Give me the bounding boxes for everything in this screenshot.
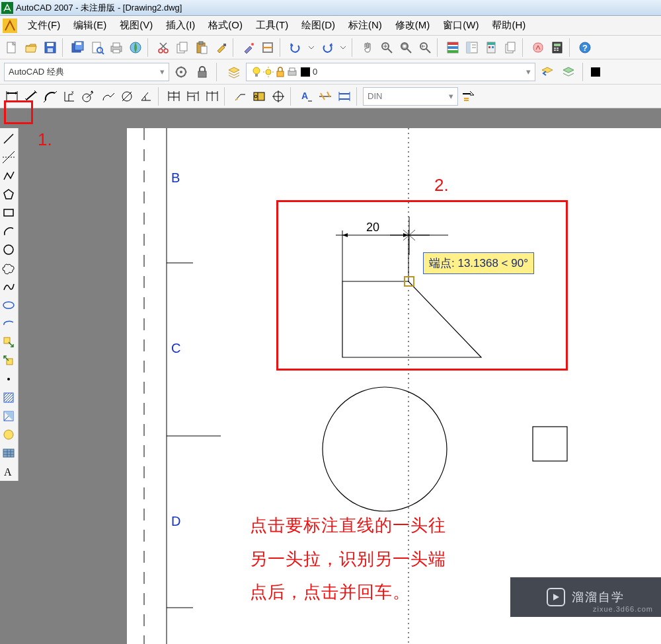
redo-icon[interactable]	[318, 38, 336, 57]
color-swatch[interactable]	[591, 67, 600, 77]
zone-label-d: D	[171, 514, 180, 528]
line-icon[interactable]	[0, 129, 17, 148]
layer-previous-icon[interactable]	[538, 63, 557, 81]
dim-style-combo[interactable]: DIN ▾	[363, 87, 458, 106]
sheet-set-icon[interactable]	[501, 38, 520, 57]
save-icon[interactable]	[41, 38, 59, 57]
svg-rect-35	[403, 44, 407, 48]
arc-icon[interactable]	[0, 222, 17, 240]
pan-icon[interactable]	[358, 38, 377, 57]
spline-icon[interactable]	[0, 277, 17, 296]
dim-baseline-icon[interactable]	[184, 87, 202, 106]
workspace-combo[interactable]: AutoCAD 经典 ▾	[4, 63, 169, 81]
cut-icon[interactable]	[154, 38, 173, 57]
watermark-brand: 溜溜自学	[572, 589, 625, 605]
xline-icon[interactable]	[0, 148, 17, 166]
app-menu-icon[interactable]	[3, 18, 17, 33]
svg-line-122	[4, 134, 13, 143]
rectangle-icon[interactable]	[0, 203, 17, 222]
circle-icon[interactable]	[0, 240, 17, 259]
markup-icon[interactable]	[529, 38, 547, 57]
menu-insert[interactable]: 插入(I)	[159, 17, 202, 34]
layer-combo-value: 0	[313, 67, 317, 77]
dim-center-icon[interactable]	[269, 87, 288, 106]
point-icon[interactable]	[0, 370, 17, 388]
layer-combo[interactable]: 0 ▾	[246, 63, 535, 81]
polygon-icon[interactable]	[0, 185, 17, 203]
publish-icon[interactable]	[126, 38, 145, 57]
open-icon[interactable]	[22, 38, 40, 57]
svg-rect-23	[199, 42, 203, 44]
menu-window[interactable]: 窗口(W)	[436, 17, 485, 34]
menu-dim[interactable]: 标注(N)	[342, 17, 389, 34]
menu-view[interactable]: 视图(V)	[113, 17, 159, 34]
block-editor-icon[interactable]	[258, 38, 277, 57]
svg-point-126	[4, 245, 13, 254]
copy-icon[interactable]	[173, 38, 192, 57]
dim-edit-text-icon[interactable]: A	[297, 87, 315, 106]
tool-palettes-icon[interactable]	[482, 38, 500, 57]
dim-align-text-icon[interactable]	[316, 87, 334, 106]
menu-draw[interactable]: 绘图(D)	[295, 17, 342, 34]
layer-manager-icon[interactable]	[225, 63, 243, 81]
gradient-icon[interactable]	[0, 407, 17, 425]
layer-states-icon[interactable]	[559, 63, 578, 81]
svg-point-130	[7, 378, 10, 380]
mtext-icon[interactable]: A	[0, 462, 17, 481]
menu-file[interactable]: 文件(F)	[21, 17, 67, 34]
plot-icon[interactable]	[107, 38, 126, 57]
menu-tools[interactable]: 工具(T)	[249, 17, 295, 34]
svg-text:A: A	[301, 90, 308, 101]
menu-modify[interactable]: 修改(M)	[389, 17, 437, 34]
standard-toolbar: ?	[0, 36, 661, 59]
dim-radius-icon[interactable]	[79, 87, 98, 106]
dim-arc-icon[interactable]	[41, 87, 59, 106]
design-center-icon[interactable]	[463, 38, 481, 57]
paste-icon[interactable]	[192, 38, 211, 57]
dim-leader-icon[interactable]	[231, 87, 249, 106]
workspace-lock-icon[interactable]	[193, 63, 212, 81]
dim-linear-icon[interactable]	[3, 87, 21, 106]
ellipse-icon[interactable]	[0, 296, 17, 314]
dim-space-icon[interactable]	[335, 87, 354, 106]
dim-ordinate-icon[interactable]: x	[60, 87, 79, 106]
svg-rect-8	[76, 42, 81, 45]
zoom-window-icon[interactable]	[397, 38, 415, 57]
dim-diameter-icon[interactable]	[118, 87, 136, 106]
undo-icon[interactable]	[286, 38, 305, 57]
saveall-icon[interactable]	[69, 38, 87, 57]
menu-help[interactable]: 帮助(H)	[485, 17, 532, 34]
paint-icon[interactable]	[239, 38, 258, 57]
separator-icon	[158, 87, 162, 106]
menu-edit[interactable]: 编辑(E)	[67, 17, 113, 34]
menu-format[interactable]: 格式(O)	[202, 17, 249, 34]
dim-continue-icon[interactable]	[203, 87, 221, 106]
insert-block-icon[interactable]	[0, 333, 17, 351]
hatch-icon[interactable]	[0, 388, 17, 407]
dim-update-icon[interactable]	[459, 87, 477, 106]
table-icon[interactable]	[0, 444, 17, 462]
zoom-prev-icon[interactable]	[416, 38, 434, 57]
calc-icon[interactable]	[548, 38, 566, 57]
dim-tolerance-icon[interactable]	[250, 87, 268, 106]
workspace-settings-icon[interactable]	[172, 63, 190, 81]
region-icon[interactable]	[0, 425, 17, 444]
redo-dropdown-icon[interactable]	[337, 44, 349, 51]
ellipse-arc-icon[interactable]	[0, 314, 17, 333]
revcloud-icon[interactable]	[0, 259, 17, 277]
undo-dropdown-icon[interactable]	[305, 44, 317, 51]
dim-angular-icon[interactable]	[137, 87, 155, 106]
properties-icon[interactable]	[444, 38, 462, 57]
make-block-icon[interactable]	[0, 351, 17, 370]
new-icon[interactable]	[3, 38, 21, 57]
dim-aligned-icon[interactable]	[22, 87, 40, 106]
polyline-icon[interactable]	[0, 166, 17, 185]
dim-jogged-icon[interactable]	[98, 87, 117, 106]
separator-icon	[290, 87, 294, 106]
zoom-realtime-icon[interactable]	[377, 38, 396, 57]
print-preview-icon[interactable]	[88, 38, 106, 57]
dim-quick-icon[interactable]	[165, 87, 183, 106]
match-prop-icon[interactable]	[212, 38, 230, 57]
help-icon[interactable]: ?	[576, 38, 594, 57]
svg-point-133	[4, 430, 13, 439]
